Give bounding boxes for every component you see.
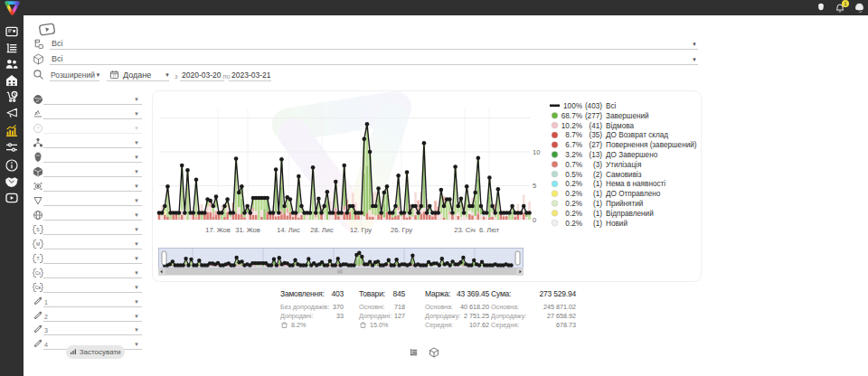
svg-text:Повернення (завершений): Повернення (завершений) xyxy=(606,141,697,149)
svg-text:ДО Завершено: ДО Завершено xyxy=(606,151,658,159)
svg-text:Відправлений: Відправлений xyxy=(606,210,654,218)
svg-text:17: 17 xyxy=(112,74,116,78)
svg-text:Прийнятий: Прийнятий xyxy=(606,200,643,208)
svg-text:68.7%: 68.7% xyxy=(561,112,582,120)
svg-text:ДО Возврат склад: ДО Возврат склад xyxy=(606,131,668,139)
svg-text:17. Жов: 17. Жов xyxy=(205,226,231,234)
svg-text:8.7%: 8.7% xyxy=(565,131,582,139)
svg-text:?: ? xyxy=(36,126,39,131)
svg-text:31. Жов: 31. Жов xyxy=(235,226,260,234)
svg-text:0.7%: 0.7% xyxy=(565,161,582,169)
svg-text:(27): (27) xyxy=(589,141,602,149)
svg-text:Самовивіз: Самовивіз xyxy=(606,171,642,179)
svg-text:14. Лис: 14. Лис xyxy=(277,226,300,234)
svg-text:12. Гру: 12. Гру xyxy=(350,226,372,234)
svg-text:(13): (13) xyxy=(589,151,602,159)
svg-text:5: 5 xyxy=(533,182,536,190)
svg-text:S: S xyxy=(36,227,40,232)
svg-text:26. Гру: 26. Гру xyxy=(391,226,412,234)
svg-text:(2): (2) xyxy=(593,171,602,179)
svg-text:ДО Отправлено: ДО Отправлено xyxy=(606,190,661,198)
svg-text:Нема в наявності: Нема в наявності xyxy=(606,180,665,188)
svg-text:0.2%: 0.2% xyxy=(565,200,582,208)
svg-text:(35): (35) xyxy=(589,131,602,139)
svg-text:100%: 100% xyxy=(563,102,582,110)
svg-text:0.2%: 0.2% xyxy=(565,180,582,188)
svg-text:0.5%: 0.5% xyxy=(565,171,582,179)
svg-text:(403): (403) xyxy=(585,102,602,110)
svg-text:0.2%: 0.2% xyxy=(565,210,582,218)
svg-text:10.2%: 10.2% xyxy=(561,122,582,130)
svg-text:(1): (1) xyxy=(593,190,602,198)
svg-text:М: М xyxy=(36,241,40,247)
svg-text:0.2%: 0.2% xyxy=(565,190,582,198)
svg-text:(1): (1) xyxy=(593,200,602,208)
svg-text:0.2%: 0.2% xyxy=(565,220,582,228)
svg-text:6. Лют: 6. Лют xyxy=(479,226,500,234)
svg-text:Відмова: Відмова xyxy=(606,122,634,130)
svg-text:Сх: Сх xyxy=(35,270,42,276)
svg-text:(1): (1) xyxy=(593,180,602,188)
svg-text:3.2%: 3.2% xyxy=(565,151,582,159)
svg-text:Всі: Всі xyxy=(606,102,617,110)
svg-text:Новий: Новий xyxy=(606,220,627,228)
svg-text:10: 10 xyxy=(533,148,540,156)
svg-text:6.7%: 6.7% xyxy=(565,141,582,149)
svg-text:0: 0 xyxy=(533,216,536,224)
svg-text:28. Лис: 28. Лис xyxy=(310,226,334,234)
svg-text:(1): (1) xyxy=(593,210,602,218)
svg-text:Т: Т xyxy=(36,256,39,261)
svg-text:(3): (3) xyxy=(593,161,602,169)
svg-text:Завершений: Завершений xyxy=(606,112,649,120)
svg-text:(1): (1) xyxy=(593,220,602,228)
svg-text:23. Січ: 23. Січ xyxy=(454,226,476,234)
svg-text:Утилізація: Утилізація xyxy=(606,161,641,169)
svg-text:(277): (277) xyxy=(585,112,602,120)
svg-text:Св: Св xyxy=(35,285,42,290)
svg-text:(41): (41) xyxy=(589,122,602,130)
